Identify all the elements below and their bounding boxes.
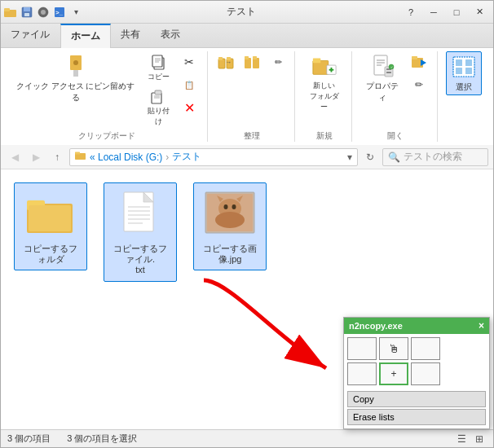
search-box[interactable]: 🔍 テストの検索 <box>382 148 488 166</box>
erase-popup-button[interactable]: Erase lists <box>347 409 486 425</box>
file-item-image[interactable]: コピーする画像.jpg <box>193 182 267 270</box>
svg-text:✓: ✓ <box>390 65 392 69</box>
ribbon-panel: クイック アクセス にピン留めする <box>1 48 493 145</box>
popup-title-text: n2ncopy.exe <box>349 321 403 331</box>
address-path[interactable]: « Local Disk (G:) › テスト ▾ <box>69 148 358 166</box>
window-title: テスト <box>82 5 400 19</box>
pin-icon <box>63 53 89 79</box>
ribbon-tab-bar: ファイル ホーム 共有 表示 <box>1 24 493 48</box>
path-icon <box>75 151 86 163</box>
n2ncopy-popup: n2ncopy.exe × 🖱 + Copy Erase lists <box>343 317 490 429</box>
delete-button[interactable]: ✕ <box>178 97 201 118</box>
svg-rect-22 <box>218 57 223 60</box>
address-dropdown-icon[interactable]: ▾ <box>347 152 352 163</box>
svg-point-11 <box>73 60 78 65</box>
new-label: 新規 <box>316 130 333 142</box>
properties-icon: ✓ <box>369 53 395 79</box>
svg-point-6 <box>41 10 46 15</box>
svg-rect-13 <box>152 55 162 67</box>
file-item-document[interactable]: コピーするファイル.txt <box>104 182 177 282</box>
title-bar: >_ ▾ テスト ? ─ □ ✕ <box>1 1 493 24</box>
img-file-label: コピーする画像.jpg <box>199 244 261 265</box>
folder-qat-icon[interactable] <box>4 6 17 19</box>
tab-home[interactable]: ホーム <box>60 24 111 48</box>
popup-close-button[interactable]: × <box>479 320 484 332</box>
tab-view[interactable]: 表示 <box>151 24 191 47</box>
files-row: コピーするフォルダ <box>14 182 480 282</box>
popup-body: 🖱 + <box>344 334 489 391</box>
details-view-button[interactable]: ☰ <box>454 432 469 446</box>
new-items: 新しいフォルダー <box>303 51 345 129</box>
paste-icon <box>149 87 167 105</box>
svg-point-67 <box>215 212 245 228</box>
doc-file-icon <box>114 188 166 240</box>
clipboard-items: クイック アクセス にピン留めする <box>12 51 201 129</box>
popup-cell-6 <box>411 362 440 385</box>
chevron-qat-icon[interactable]: ▾ <box>69 6 82 19</box>
svg-rect-51 <box>465 68 472 74</box>
ribbon-group-select: 選択 <box>439 51 488 142</box>
path-test-folder[interactable]: テスト <box>172 150 201 164</box>
file-item-folder[interactable]: コピーするフォルダ <box>14 182 87 270</box>
svg-rect-49 <box>465 59 472 66</box>
svg-rect-3 <box>24 7 30 11</box>
rename-icon: ✏ <box>269 53 287 71</box>
qat-icons: >_ ▾ <box>4 6 82 19</box>
settings-qat-icon[interactable] <box>37 6 50 19</box>
forward-button[interactable]: ▶ <box>27 148 45 166</box>
open-label: 開く <box>387 130 404 142</box>
close-button[interactable]: ✕ <box>469 3 490 21</box>
svg-point-71 <box>232 204 236 209</box>
select-all-button[interactable]: 選択 <box>446 51 482 95</box>
save-qat-icon[interactable] <box>20 6 33 19</box>
help-button[interactable]: ? <box>400 3 421 21</box>
paste-ribbon-button[interactable]: 貼り付け <box>142 86 174 129</box>
copy-icon <box>149 53 167 71</box>
item-count: 3 個の項目 <box>7 433 51 445</box>
edit-button[interactable]: ✏ <box>408 74 430 95</box>
svg-marker-46 <box>421 59 426 66</box>
path-separator-1: › <box>165 152 169 163</box>
svg-rect-4 <box>24 13 29 16</box>
open-button[interactable] <box>408 51 430 72</box>
svg-rect-10 <box>73 70 78 77</box>
popup-cell-4 <box>347 362 377 385</box>
img-file-icon <box>204 188 256 240</box>
svg-rect-29 <box>253 56 257 59</box>
popup-cell-1 <box>347 337 377 360</box>
copy-ribbon-button[interactable]: コピー <box>142 51 174 84</box>
cut-button[interactable]: ✂ <box>178 51 201 72</box>
back-button[interactable]: ◀ <box>6 148 24 166</box>
folder-file-icon <box>24 188 77 240</box>
up-button[interactable]: ↑ <box>48 148 66 166</box>
copy-folder-icon <box>243 53 261 71</box>
svg-text:→: → <box>225 59 232 66</box>
path-local-disk[interactable]: « Local Disk (G:) <box>90 152 162 163</box>
select-items: 選択 <box>446 51 482 140</box>
status-bar: 3 個の項目 3 個の項目を選択 ☰ ⊞ <box>1 429 493 447</box>
quick-access-button[interactable]: クイック アクセス にピン留めする <box>12 51 139 105</box>
popup-cell-plus: + <box>379 362 408 385</box>
cmd-qat-icon[interactable]: >_ <box>53 6 66 19</box>
cursor-icon: 🖱 <box>388 342 399 355</box>
delete-icon: ✕ <box>180 99 198 116</box>
refresh-button[interactable]: ↻ <box>361 148 379 166</box>
popup-title-bar: n2ncopy.exe × <box>344 318 489 334</box>
properties-button[interactable]: ✓ プロパティ <box>360 51 404 105</box>
address-bar: ◀ ▶ ↑ « Local Disk (G:) › テスト ▾ ↻ 🔍 テストの… <box>1 145 493 169</box>
tab-file[interactable]: ファイル <box>1 24 60 47</box>
move-to-button[interactable]: → <box>214 51 237 72</box>
ribbon-group-open: ✓ プロパティ <box>354 51 438 142</box>
copy-to-folder-button[interactable] <box>240 51 263 72</box>
tab-share[interactable]: 共有 <box>111 24 151 47</box>
copy-to-button[interactable]: 📋 <box>178 74 201 95</box>
maximize-button[interactable]: □ <box>446 3 467 21</box>
svg-rect-41 <box>386 72 391 73</box>
rename-button[interactable]: ✏ <box>267 51 289 72</box>
copy-popup-button[interactable]: Copy <box>347 391 486 407</box>
tiles-view-button[interactable]: ⊞ <box>472 432 487 446</box>
search-placeholder: テストの検索 <box>404 150 462 164</box>
new-folder-button[interactable]: 新しいフォルダー <box>303 51 345 114</box>
minimize-button[interactable]: ─ <box>423 3 444 21</box>
popup-row-2: + <box>347 362 486 385</box>
